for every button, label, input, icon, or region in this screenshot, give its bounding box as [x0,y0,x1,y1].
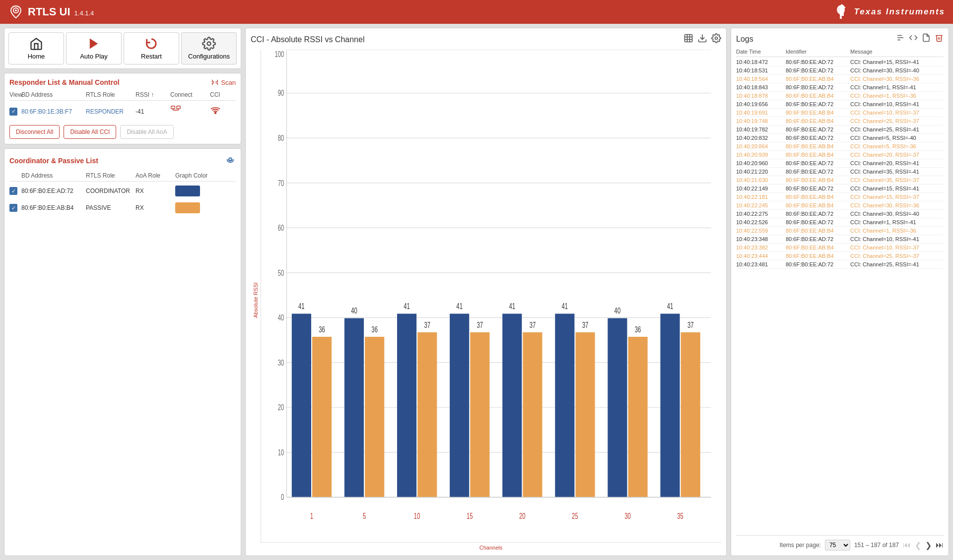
bar-7-blue [608,318,627,497]
first-page-button[interactable]: ⏮ [903,541,911,550]
filter-icon[interactable] [896,33,905,45]
clear-icon[interactable] [935,33,944,45]
log-time: 10:40:21:220 [736,169,786,175]
log-row: 10:40:18:87880:6F:B0:EE:AB:B4CCI: Channe… [736,92,944,100]
coord-checkbox-2[interactable] [9,204,17,212]
responder-cci[interactable] [210,105,240,118]
download-icon[interactable] [697,33,707,46]
logs-panel: Logs [731,28,949,556]
prev-page-button[interactable]: ❮ [915,541,921,550]
log-time: 10:40:23:348 [736,236,786,242]
disable-cci-button[interactable]: Disable All CCI [64,125,116,139]
bar-1-blue [292,313,311,497]
log-id: 80:6F:B0:EE:AB:B4 [786,202,850,208]
cci-icon [210,105,221,116]
settings-icon[interactable] [711,33,721,46]
log-id: 80:6F:B0:EE:AD:72 [786,169,850,175]
log-time: 10:40:22:275 [736,211,786,217]
log-time: 10:40:20:832 [736,135,786,141]
log-time: 10:40:18:472 [736,59,786,65]
log-time: 10:40:20:939 [736,152,786,158]
log-row: 10:40:19:65680:6F:B0:EE:AD:72CCI: Channe… [736,100,944,109]
restart-button[interactable]: Restart [124,32,179,64]
download-svg [697,33,707,43]
bar-2-orange [365,337,384,497]
coord-aoa-1: RX [136,187,175,194]
responder-connect[interactable] [170,105,210,118]
log-row: 10:40:20:93980:6F:B0:EE:AB:B4CCI: Channe… [736,151,944,159]
last-page-button[interactable]: ⏭ [936,541,944,550]
next-page-button[interactable]: ❯ [925,541,932,550]
chart-header: CCI - Absolute RSSI vs Channel [251,33,721,46]
responder-rssi: -41 [136,108,170,115]
bar-6-blue [555,313,574,497]
log-time: 10:40:18:878 [736,93,786,99]
svg-text:36: 36 [371,324,378,333]
svg-text:41: 41 [562,302,568,311]
coord-col-address: BD Address [21,172,86,179]
autoplay-label: Auto Play [80,53,108,60]
x-axis-label: Channels [261,545,721,551]
responder-role: RESPONDER [86,108,136,115]
log-msg: CCI: Channel=5, RSSI=-36 [850,143,944,149]
log-msg: CCI: Channel=10, RSSI=-37 [850,245,944,250]
svg-text:36: 36 [635,324,641,333]
configurations-button[interactable]: Configurations [181,32,237,64]
log-msg: CCI: Channel=15, RSSI=-41 [850,59,944,65]
disconnect-all-button[interactable]: Disconnect All [9,125,60,139]
coord-aoa-2: RX [136,204,175,211]
log-col-id: Identifier [786,49,850,55]
responder-checkbox[interactable] [9,108,17,116]
log-id: 80:6F:B0:EE:AD:72 [786,101,850,107]
log-msg: CCI: Channel=1, RSSI=-41 [850,219,944,225]
responder-row: 80:6F:B0:1E:3B:F7 RESPONDER -41 [9,103,236,120]
log-id: 80:6F:B0:EE:AD:72 [786,219,850,225]
coord-address-2: 80:6F:B0:EE:AB:B4 [21,204,86,211]
svg-text:1: 1 [310,511,314,520]
svg-marker-3 [90,39,98,49]
log-msg: CCI: Channel=20, RSSI=-41 [850,160,944,166]
log-msg: CCI: Channel=30, RSSI=-40 [850,67,944,73]
items-per-page-select[interactable]: 75 50 100 [825,540,850,551]
log-time: 10:40:23:444 [736,253,786,259]
log-time: 10:40:22:181 [736,194,786,200]
configurations-label: Configurations [188,53,230,60]
log-msg: CCI: Channel=35, RSSI=-37 [850,177,944,183]
log-msg: CCI: Channel=5, RSSI=-40 [850,135,944,141]
bar-8-orange [681,332,700,498]
rtls-icon [8,4,24,20]
svg-text:20: 20 [519,511,526,520]
coord-color-2 [175,202,200,213]
expand-icon[interactable] [683,33,693,46]
logs-title: Logs [736,35,753,44]
ti-logo-icon [833,3,851,21]
home-icon [29,37,43,51]
log-msg: CCI: Channel=15, RSSI=-37 [850,194,944,200]
coord-table-header: BD Address RTLS Role AoA Role Graph Colo… [9,172,236,182]
scan-button[interactable]: Scan [211,78,236,86]
home-button[interactable]: Home [8,32,64,64]
logs-body[interactable]: 10:40:18:47280:6F:B0:EE:AD:72CCI: Channe… [736,58,944,531]
svg-point-8 [229,158,232,161]
log-msg: CCI: Channel=30, RSSI=-40 [850,211,944,217]
header: RTLS UI 1.4.1.4 Texas Instruments [0,0,953,24]
log-id: 80:6F:B0:EE:AB:B4 [786,245,850,250]
svg-text:41: 41 [509,302,515,311]
autoplay-button[interactable]: Auto Play [66,32,122,64]
log-row: 10:40:23:34880:6F:B0:EE:AD:72CCI: Channe… [736,235,944,244]
code-icon[interactable] [909,33,918,45]
coord-col-color: Graph Color [175,172,215,179]
export-icon[interactable] [922,33,931,45]
svg-text:40: 40 [278,313,284,322]
svg-rect-6 [177,106,180,109]
log-msg: CCI: Channel=30, RSSI=-36 [850,202,944,208]
svg-text:40: 40 [351,306,357,315]
svg-text:37: 37 [530,320,536,329]
left-panel: Home Auto Play Restart Co [4,28,241,556]
items-per-page-label: Items per page: [780,542,821,549]
svg-text:20: 20 [278,403,284,412]
coord-checkbox-1[interactable] [9,187,17,195]
brand-area: Texas Instruments [833,3,945,21]
log-row: 10:40:18:84380:6F:B0:EE:AD:72CCI: Channe… [736,83,944,92]
toolbar: Home Auto Play Restart Co [4,28,241,69]
